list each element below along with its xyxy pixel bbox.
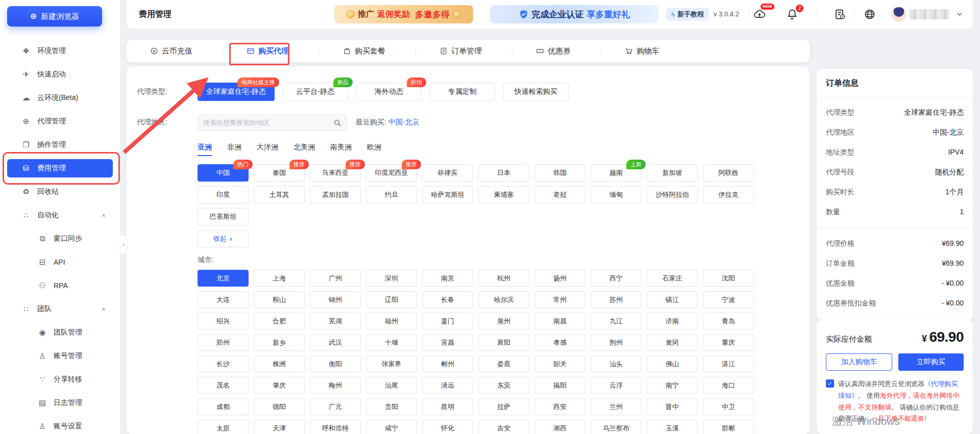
tab[interactable]: 购买代理 bbox=[247, 46, 343, 56]
city-button[interactable]: 南宁 bbox=[647, 377, 698, 394]
country-button[interactable]: 约旦 bbox=[366, 186, 417, 203]
sidebar-item[interactable]: ⊕ 代理管理 bbox=[7, 112, 113, 131]
country-button[interactable]: 日本 bbox=[478, 164, 529, 182]
city-button[interactable]: 锦州 bbox=[310, 291, 361, 308]
city-button[interactable]: 深圳 bbox=[366, 270, 417, 287]
city-button[interactable]: 苏州 bbox=[591, 291, 642, 308]
proxy-type-button[interactable]: 云平台-静态 新品 bbox=[283, 83, 348, 101]
city-button[interactable]: 大连 bbox=[198, 291, 249, 308]
city-button[interactable]: 新乡 bbox=[254, 334, 305, 351]
new-browser-button[interactable]: ⊕ 新建浏览器 bbox=[7, 6, 102, 27]
city-button[interactable]: 长沙 bbox=[198, 355, 249, 372]
country-button[interactable]: 缅甸 bbox=[591, 186, 642, 203]
country-button[interactable]: 柬埔寨 bbox=[478, 186, 529, 203]
sidebar-item[interactable]: ▤ 日志管理 bbox=[7, 394, 113, 412]
city-button[interactable]: 娄底 bbox=[478, 355, 529, 372]
sidebar-item[interactable]: ∷ 团队 ∧ bbox=[7, 300, 113, 318]
city-button[interactable]: 杭州 bbox=[478, 270, 529, 287]
city-button[interactable]: 重庆 bbox=[703, 334, 754, 351]
city-button[interactable]: 济南 bbox=[647, 313, 698, 329]
country-button[interactable]: 哈萨克斯坦 bbox=[422, 186, 473, 203]
sidebar-item[interactable]: ♙ 账号设置 bbox=[7, 417, 113, 434]
sidebar-item[interactable]: ◉ 团队管理 bbox=[7, 323, 113, 342]
country-button[interactable]: 伊拉克 bbox=[703, 186, 754, 203]
country-button[interactable]: 土耳其 bbox=[254, 186, 305, 203]
country-button[interactable]: 中国 热门 bbox=[198, 164, 249, 182]
city-button[interactable]: 宜昌 bbox=[422, 334, 473, 351]
tab[interactable]: 云币充值 bbox=[150, 46, 247, 56]
proxy-type-button[interactable]: 专属定制 bbox=[430, 83, 495, 101]
city-button[interactable]: 常州 bbox=[534, 291, 585, 308]
city-button[interactable]: 福州 bbox=[366, 313, 417, 329]
country-button[interactable]: 泰国 推荐 bbox=[254, 164, 305, 182]
avatar[interactable] bbox=[891, 7, 906, 22]
city-button[interactable]: 襄阳 bbox=[478, 334, 529, 351]
city-button[interactable]: 兰州 bbox=[591, 398, 642, 415]
city-button[interactable]: 哈尔滨 bbox=[478, 291, 529, 308]
city-button[interactable]: 广元 bbox=[310, 398, 361, 415]
city-button[interactable]: 九江 bbox=[591, 313, 642, 329]
city-button[interactable]: 西安 bbox=[534, 398, 585, 415]
city-button[interactable]: 拉萨 bbox=[478, 398, 529, 415]
continent-tab[interactable]: 亚洲 bbox=[198, 143, 212, 156]
city-button[interactable]: 郴州 bbox=[422, 355, 473, 372]
proxy-type-button[interactable]: 全球家庭住宅-静态 电商社媒主推 bbox=[198, 83, 275, 101]
country-button[interactable]: 沙特阿拉伯 bbox=[647, 186, 698, 203]
city-button[interactable]: 合肥 bbox=[254, 313, 305, 329]
continent-tab[interactable]: 北美洲 bbox=[293, 143, 315, 156]
tutorial-button[interactable]: ϟ 新手教程 bbox=[666, 8, 709, 21]
enterprise-cert-banner[interactable]: 完成企业认证 享多重好礼 bbox=[490, 5, 658, 23]
city-button[interactable]: 泉州 bbox=[478, 313, 529, 329]
city-button[interactable]: 佛山 bbox=[647, 355, 698, 372]
tab[interactable]: 订单管理 bbox=[439, 46, 536, 56]
city-button[interactable]: 武汉 bbox=[310, 334, 361, 351]
city-button[interactable]: 茂名 bbox=[198, 377, 249, 394]
bell-icon[interactable]: 2 bbox=[786, 7, 800, 21]
city-button[interactable]: 长春 bbox=[422, 291, 473, 308]
buy-now-button[interactable]: 立即购买 bbox=[898, 353, 964, 371]
city-button[interactable]: 太原 bbox=[198, 420, 249, 434]
city-button[interactable]: 玉溪 bbox=[647, 420, 698, 434]
city-button[interactable]: 韶关 bbox=[534, 355, 585, 372]
city-button[interactable]: 中卫 bbox=[703, 398, 754, 415]
city-button[interactable]: 青岛 bbox=[703, 313, 754, 329]
city-button[interactable]: 孝感 bbox=[534, 334, 585, 351]
country-button[interactable]: 巴基斯坦 bbox=[198, 208, 249, 225]
proxy-type-button[interactable]: 快速检索购买 bbox=[503, 83, 569, 101]
language-globe-icon[interactable] bbox=[864, 7, 878, 21]
city-button[interactable]: 呼和浩特 bbox=[310, 420, 361, 434]
city-button[interactable]: 德阳 bbox=[254, 398, 305, 415]
city-button[interactable]: 南京 bbox=[422, 270, 473, 287]
continent-tab[interactable]: 非洲 bbox=[227, 143, 241, 156]
sidebar-item[interactable]: ❖ 环境管理 bbox=[7, 42, 113, 60]
city-button[interactable]: 梅州 bbox=[310, 377, 361, 394]
city-button[interactable]: 宁波 bbox=[703, 291, 754, 308]
city-button[interactable]: 乌兰察布 bbox=[591, 420, 642, 434]
sidebar-item[interactable]: ♻ 回收站 bbox=[7, 183, 113, 201]
collapse-countries-button[interactable]: 收起 ∧ bbox=[198, 230, 249, 247]
continent-tab[interactable]: 南美洲 bbox=[330, 143, 352, 156]
city-button[interactable]: 石家庄 bbox=[647, 270, 698, 287]
chevron-down-icon[interactable] bbox=[955, 10, 965, 19]
sidebar-item[interactable]: ⛁ 费用管理 bbox=[7, 159, 113, 177]
city-button[interactable]: 海口 bbox=[703, 377, 754, 394]
tab[interactable]: 优惠券 bbox=[536, 46, 625, 56]
region-search-input[interactable] bbox=[203, 119, 333, 126]
sidebar-item[interactable]: ♙ 账号管理 bbox=[7, 347, 113, 365]
tab[interactable]: 购买套餐 bbox=[343, 46, 439, 56]
country-button[interactable]: 新加坡 bbox=[647, 164, 698, 182]
city-button[interactable]: 天津 bbox=[254, 420, 305, 434]
sidebar-item[interactable]: ⧉ 窗口同步 bbox=[7, 229, 113, 248]
city-button[interactable]: 黄冈 bbox=[647, 334, 698, 351]
city-button[interactable]: 郑州 bbox=[198, 334, 249, 351]
promo-banner[interactable]: 推广 返佣奖励 多邀多得 bbox=[334, 5, 473, 23]
tab[interactable]: 购物车 bbox=[625, 46, 659, 56]
sidebar-item[interactable]: ✈ 快速启动 bbox=[7, 65, 113, 84]
continent-tab[interactable]: 大洋洲 bbox=[257, 143, 278, 156]
city-button[interactable]: 十堰 bbox=[366, 334, 417, 351]
city-button[interactable]: 辽阳 bbox=[366, 291, 417, 308]
city-button[interactable]: 湘西 bbox=[534, 420, 585, 434]
city-button[interactable]: 张家界 bbox=[366, 355, 417, 372]
city-button[interactable]: 吉安 bbox=[478, 420, 529, 434]
city-button[interactable]: 汕尾 bbox=[366, 377, 417, 394]
